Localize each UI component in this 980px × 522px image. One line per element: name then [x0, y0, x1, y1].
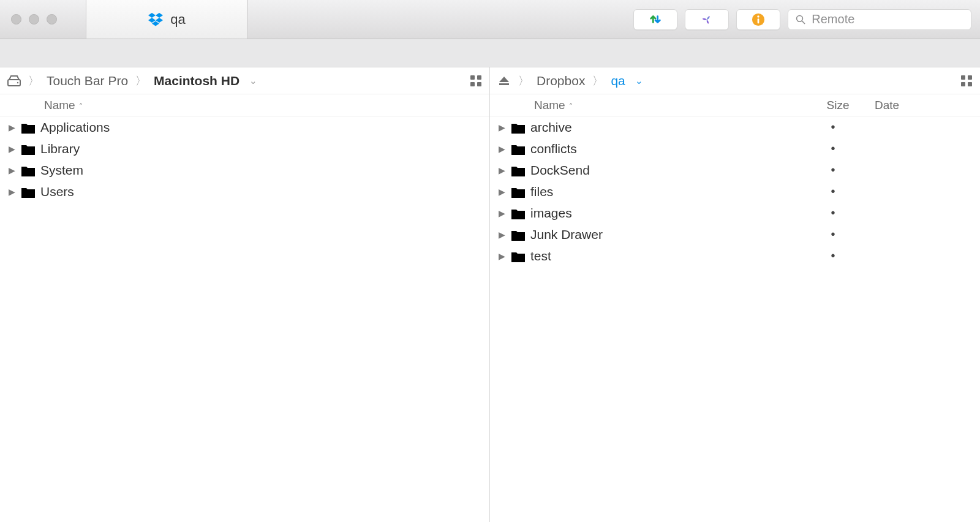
eject-icon[interactable]: [497, 74, 511, 88]
list-item[interactable]: ▶archive•: [490, 116, 980, 138]
sort-asc-icon: ˄: [75, 102, 83, 111]
breadcrumb-touch-bar-pro[interactable]: Touch Bar Pro: [47, 74, 128, 88]
local-pathbar: 〉 Touch Bar Pro 〉 Macintosh HD ⌄: [0, 67, 489, 94]
column-name[interactable]: Name˄: [534, 99, 801, 112]
list-item[interactable]: ▶Library: [0, 138, 489, 159]
item-size: •: [796, 142, 870, 156]
breadcrumb-dropbox[interactable]: Dropbox: [537, 74, 585, 88]
list-item[interactable]: ▶test•: [490, 245, 980, 267]
folder-icon: [511, 207, 526, 219]
list-item[interactable]: ▶System: [0, 159, 489, 181]
item-size: •: [796, 227, 870, 241]
breadcrumb-macintosh-hd[interactable]: Macintosh HD: [154, 74, 239, 88]
disclosure-triangle-icon[interactable]: ▶: [497, 123, 506, 132]
item-name: conflicts: [530, 142, 791, 156]
list-item[interactable]: ▶Users: [0, 181, 489, 202]
close-window-button[interactable]: [11, 14, 21, 25]
item-name: Applications: [40, 120, 482, 135]
folder-icon: [511, 186, 526, 198]
local-column-header: Name˄: [0, 94, 489, 116]
column-name[interactable]: Name˄: [44, 99, 482, 112]
toolbar-right: [633, 9, 980, 30]
list-item[interactable]: ▶Applications: [0, 116, 489, 138]
folder-icon: [511, 121, 526, 134]
disclosure-triangle-icon[interactable]: ▶: [7, 187, 16, 197]
chevron-down-icon[interactable]: ⌄: [631, 75, 643, 86]
item-size: •: [796, 163, 870, 177]
breadcrumb-qa[interactable]: qa: [611, 74, 625, 88]
item-size: •: [796, 249, 870, 263]
disclosure-triangle-icon[interactable]: ▶: [497, 165, 506, 175]
column-date[interactable]: Date: [875, 99, 973, 112]
remote-search-input[interactable]: [812, 12, 963, 26]
disclosure-triangle-icon[interactable]: ▶: [497, 208, 506, 218]
window-controls: [0, 14, 57, 25]
sort-asc-icon: ˄: [565, 102, 573, 111]
folder-icon: [511, 250, 526, 262]
dropbox-icon: [148, 12, 163, 27]
secondary-toolbar: [0, 39, 980, 67]
minimize-window-button[interactable]: [29, 14, 39, 25]
zoom-window-button[interactable]: [47, 14, 57, 25]
local-listing: ▶Applications▶Library▶System▶Users: [0, 116, 489, 522]
remote-column-header: Name˄ Size Date: [490, 94, 980, 116]
disclosure-triangle-icon[interactable]: ▶: [497, 187, 506, 197]
grid-view-button[interactable]: [470, 75, 482, 87]
local-pane: 〉 Touch Bar Pro 〉 Macintosh HD ⌄ Name˄ ▶…: [0, 67, 490, 522]
remote-search[interactable]: [788, 9, 971, 30]
folder-icon: [21, 186, 36, 198]
folder-icon: [21, 121, 36, 134]
sync-arrows-icon: [649, 13, 662, 26]
item-name: test: [530, 249, 791, 263]
list-item[interactable]: ▶conflicts•: [490, 138, 980, 159]
drive-icon[interactable]: [7, 74, 21, 88]
titlebar: qa: [0, 0, 980, 39]
item-size: •: [796, 206, 870, 220]
search-icon: [796, 14, 805, 25]
disclosure-triangle-icon[interactable]: ▶: [7, 144, 16, 154]
list-item[interactable]: ▶Junk Drawer•: [490, 224, 980, 245]
info-button[interactable]: [736, 9, 780, 30]
remote-listing: ▶archive•▶conflicts•▶DockSend•▶files•▶im…: [490, 116, 980, 522]
remote-pathbar: 〉 Dropbox 〉 qa ⌄: [490, 67, 980, 94]
item-name: Library: [40, 142, 482, 156]
list-item[interactable]: ▶images•: [490, 202, 980, 224]
tab-qa[interactable]: qa: [86, 0, 248, 39]
grid-view-button[interactable]: [960, 75, 973, 87]
item-name: Junk Drawer: [530, 227, 791, 242]
chevron-right-icon: 〉: [134, 74, 148, 88]
chevron-right-icon: 〉: [591, 74, 605, 88]
column-size[interactable]: Size: [801, 99, 875, 112]
chevron-right-icon: 〉: [517, 74, 530, 88]
chevron-right-icon: 〉: [27, 74, 40, 88]
disclosure-triangle-icon[interactable]: ▶: [497, 251, 506, 261]
item-size: •: [796, 184, 870, 199]
chevron-down-icon[interactable]: ⌄: [246, 75, 257, 86]
disclosure-triangle-icon[interactable]: ▶: [7, 123, 16, 132]
folder-icon: [21, 164, 36, 176]
item-name: System: [40, 163, 482, 178]
pinwheel-icon: [700, 13, 714, 26]
folder-icon: [511, 164, 526, 176]
disclosure-triangle-icon[interactable]: ▶: [7, 165, 16, 175]
list-item[interactable]: ▶DockSend•: [490, 159, 980, 181]
folder-icon: [21, 143, 36, 155]
item-name: files: [530, 184, 791, 199]
folder-icon: [511, 229, 526, 241]
item-name: DockSend: [530, 163, 791, 178]
tab-label: qa: [170, 12, 185, 28]
list-item[interactable]: ▶files•: [490, 181, 980, 202]
disclosure-triangle-icon[interactable]: ▶: [497, 230, 506, 240]
folder-icon: [511, 143, 526, 155]
item-name: archive: [530, 120, 791, 135]
item-size: •: [796, 120, 870, 134]
item-name: images: [530, 206, 791, 221]
info-icon: [752, 13, 765, 26]
item-name: Users: [40, 184, 482, 199]
activity-button[interactable]: [685, 9, 729, 30]
disclosure-triangle-icon[interactable]: ▶: [497, 144, 506, 154]
sync-button[interactable]: [633, 9, 677, 30]
remote-pane: 〉 Dropbox 〉 qa ⌄ Name˄ Size Date ▶archiv…: [490, 67, 980, 522]
